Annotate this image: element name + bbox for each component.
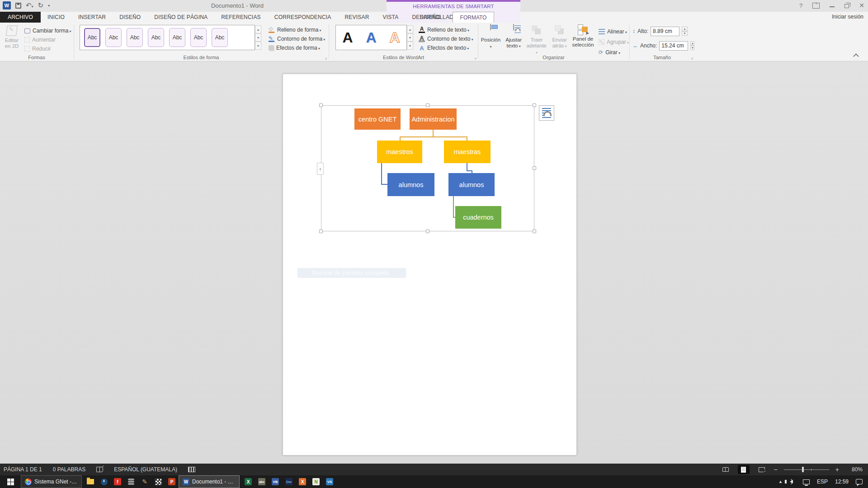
tab-archivo[interactable]: ARCHIVO — [0, 12, 41, 23]
keyboard-language[interactable]: ESP — [817, 479, 828, 485]
dialog-launcher-icon[interactable]: ⌟ — [325, 55, 327, 60]
read-mode-button[interactable] — [720, 465, 731, 474]
relleno-de-forma-button[interactable]: Relleno de forma — [269, 25, 325, 34]
smartart-node-cuadernos[interactable]: cuadernos — [455, 206, 501, 229]
clock-time[interactable]: 12:59 — [835, 479, 849, 485]
minimize-icon[interactable] — [830, 6, 835, 7]
print-layout-button[interactable] — [738, 465, 750, 474]
alto-input[interactable] — [651, 27, 679, 36]
web-layout-button[interactable] — [756, 465, 768, 474]
help-icon[interactable]: ? — [799, 2, 802, 9]
traer-adelante-button[interactable]: Traer adelante — [526, 24, 547, 56]
dialog-launcher-icon[interactable]: ⌟ — [691, 55, 693, 60]
resize-handle[interactable] — [426, 103, 429, 107]
zoom-slider-thumb[interactable] — [802, 467, 804, 472]
action-center-icon[interactable] — [856, 479, 863, 484]
visual-basic-icon[interactable]: VB — [269, 475, 282, 488]
gallery-down-icon[interactable]: ▼ — [407, 33, 413, 42]
vscode-icon[interactable]: VS — [323, 475, 336, 488]
text-pane-toggle-button[interactable]: ‹ — [317, 163, 324, 175]
smartart-node-alumnos-right[interactable]: alumnos — [448, 173, 495, 196]
dialog-launcher-icon[interactable]: ⌟ — [474, 55, 476, 60]
xampp-icon[interactable]: X — [296, 475, 309, 488]
gallery-more-icon[interactable]: ▼ — [255, 42, 261, 50]
tab-insertar[interactable]: INSERTAR — [71, 12, 113, 23]
editor-pencil-icon[interactable]: ✎ — [138, 475, 151, 488]
zoom-in-icon[interactable]: + — [835, 466, 839, 473]
zoom-out-icon[interactable]: − — [774, 466, 778, 473]
word-app-icon[interactable]: W — [3, 1, 11, 9]
ajustar-texto-button[interactable]: Ajustar texto — [503, 24, 524, 49]
close-icon[interactable]: ✕ — [859, 2, 864, 9]
smartart-node-maestras[interactable]: maestras — [444, 141, 491, 163]
clock-app-icon[interactable] — [97, 475, 111, 488]
agrupar-button[interactable]: Agrupar — [599, 38, 629, 47]
editar-en-2d-button[interactable]: Editar en 2D — [3, 25, 21, 53]
tab-referencias[interactable]: REFERENCIAS — [214, 12, 268, 23]
wordart-style-thumbnail[interactable]: A — [366, 29, 376, 46]
facebook-icon[interactable]: f — [111, 475, 124, 488]
alto-spinner[interactable]: ▲▼ — [682, 27, 688, 36]
shape-style-thumbnail[interactable]: Abc — [84, 28, 100, 47]
smartart-node-maestros[interactable]: maestros — [377, 141, 422, 163]
sign-in-link[interactable]: Iniciar sesión — [832, 14, 863, 20]
resize-handle[interactable] — [533, 166, 536, 170]
dreamweaver-icon[interactable]: Dw — [282, 475, 296, 488]
alinear-button[interactable]: Alinear — [599, 27, 629, 36]
reducir-button[interactable]: Reducir — [24, 44, 71, 53]
posicion-button[interactable]: Posición — [480, 24, 501, 50]
shape-style-thumbnail[interactable]: Abc — [169, 28, 185, 47]
language-indicator[interactable]: ESPAÑOL (GUATEMALA) — [114, 466, 177, 473]
shape-styles-gallery[interactable]: Abc Abc Abc Abc Abc Abc Abc — [80, 25, 255, 50]
notepad-plus-icon[interactable]: N — [309, 475, 323, 488]
redo-icon[interactable]: ↻ — [38, 1, 44, 9]
resize-handle[interactable] — [533, 103, 536, 107]
shape-style-thumbnail[interactable]: Abc — [127, 28, 143, 47]
tray-expand-icon[interactable]: ▲ — [778, 479, 783, 484]
qat-customize-icon[interactable]: ▾ — [48, 4, 50, 8]
aumentar-button[interactable]: Aumentar — [24, 35, 71, 44]
tab-inicio[interactable]: INICIO — [41, 12, 71, 23]
wordart-styles-gallery[interactable]: A A A — [335, 25, 407, 50]
powerpoint-icon[interactable]: P — [165, 475, 179, 488]
cambiar-forma-button[interactable]: Cambiar forma — [24, 26, 71, 35]
resize-handle[interactable] — [533, 230, 536, 233]
save-icon[interactable] — [15, 3, 21, 9]
smartart-node-alumnos-left[interactable]: alumnos — [387, 173, 434, 196]
shape-style-thumbnail[interactable]: Abc — [105, 28, 122, 47]
ancho-input[interactable] — [659, 41, 688, 51]
smartart-diagram[interactable]: centro GNET Administracion maestros maes… — [321, 105, 534, 231]
code-app-icon[interactable]: abc — [255, 475, 269, 488]
gallery-up-icon[interactable]: ▲ — [407, 25, 413, 33]
layout-options-button[interactable] — [539, 105, 554, 121]
undo-button[interactable]: ↶▾ — [26, 1, 33, 9]
smartart-node-administracion[interactable]: Administracion — [410, 108, 457, 130]
page-count[interactable]: PÁGINA 1 DE 1 — [4, 466, 42, 473]
wordart-style-thumbnail[interactable]: A — [389, 29, 400, 46]
network-icon[interactable] — [803, 479, 810, 484]
proofing-icon[interactable] — [96, 467, 103, 472]
panel-de-seleccion-button[interactable]: ➤ Panel de selección — [572, 24, 594, 48]
tab-smartart-formato[interactable]: FORMATO — [453, 12, 495, 23]
taskbar-word-window[interactable]: W Documento1 - Word — [179, 475, 240, 488]
ancho-spinner[interactable]: ▲▼ — [690, 41, 694, 50]
file-explorer-icon[interactable] — [84, 475, 97, 488]
enviar-atras-button[interactable]: Enviar atrás — [549, 24, 570, 49]
shape-style-thumbnail[interactable]: Abc — [148, 28, 164, 47]
word-count[interactable]: 0 PALABRAS — [53, 466, 85, 473]
tab-smartart-diseno[interactable]: DISEÑO — [413, 12, 448, 23]
qr-pattern-icon[interactable] — [151, 475, 165, 488]
resize-handle[interactable] — [319, 230, 323, 233]
restore-icon[interactable] — [844, 4, 849, 8]
shape-style-thumbnail[interactable]: Abc — [190, 28, 207, 47]
tab-correspondencia[interactable]: CORRESPONDENCIA — [268, 12, 338, 23]
database-icon[interactable] — [124, 475, 138, 488]
collapse-ribbon-icon[interactable] — [853, 53, 859, 59]
efectos-de-texto-button[interactable]: A Efectos de texto — [419, 43, 473, 52]
resize-handle[interactable] — [426, 230, 429, 233]
macro-record-icon[interactable] — [188, 467, 195, 472]
tab-diseno-de-pagina[interactable]: DISEÑO DE PÁGINA — [147, 12, 214, 23]
zoom-percent[interactable]: 80% — [852, 466, 863, 473]
volume-icon[interactable] — [790, 480, 793, 483]
excel-icon[interactable]: X — [241, 475, 255, 488]
